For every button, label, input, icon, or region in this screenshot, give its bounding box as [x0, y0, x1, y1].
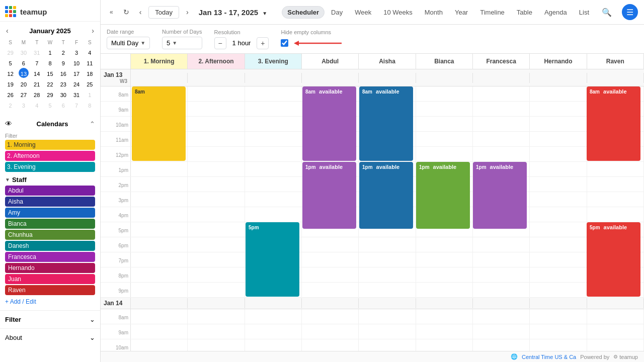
event-block[interactable]: 8am available [359, 86, 413, 161]
mini-cal-day[interactable]: 21 [32, 78, 42, 88]
mini-cal-day[interactable]: 25 [85, 78, 95, 88]
mini-cal-day[interactable]: 26 [6, 89, 16, 99]
view-btn-timeline[interactable]: Timeline [474, 6, 510, 19]
filter-section[interactable]: Filter ⌄ [0, 310, 100, 328]
mini-cal-day[interactable]: 3 [71, 47, 82, 57]
teamup-logo [5, 6, 16, 17]
menu-button[interactable]: ☰ [622, 4, 638, 20]
resolution-increase[interactable]: + [257, 37, 269, 49]
mini-cal-day[interactable]: 23 [58, 78, 68, 88]
view-btn-table[interactable]: Table [511, 6, 538, 19]
event-block[interactable]: 5pm available [587, 222, 640, 297]
mini-cal-day[interactable]: 12 [6, 68, 16, 78]
today-button[interactable]: Today [148, 6, 179, 19]
mini-cal-day[interactable]: 17 [71, 68, 82, 78]
event-block[interactable]: 1pm available [302, 162, 356, 229]
search-button[interactable]: 🔍 [599, 6, 615, 19]
mini-cal-day[interactable]: 4 [85, 47, 95, 57]
num-days-select[interactable]: 5 ▼ [162, 37, 202, 49]
mini-cal-day[interactable]: 29 [6, 47, 16, 57]
sidebar-staff-juan[interactable]: Juan [5, 274, 95, 284]
nav-double-prev[interactable]: « [107, 7, 116, 18]
view-btn-week[interactable]: Week [349, 6, 377, 19]
mini-cal-day[interactable]: 5 [6, 57, 16, 67]
sidebar-staff-amy[interactable]: Amy [5, 208, 95, 218]
event-block[interactable]: 1pm available [473, 162, 527, 229]
view-btn-scheduler[interactable]: Scheduler [282, 6, 325, 19]
mini-cal-day[interactable]: 10 [71, 57, 82, 67]
sidebar-staff-bianca[interactable]: Bianca [5, 219, 95, 229]
mini-cal-day[interactable]: 13 [19, 68, 29, 78]
mini-cal-day[interactable]: 30 [19, 47, 29, 57]
view-btn-list[interactable]: List [574, 6, 595, 19]
mini-cal-day[interactable]: 30 [58, 89, 68, 99]
mini-cal-day[interactable]: 2 [58, 47, 68, 57]
event-block[interactable]: 8am available [587, 86, 640, 161]
mini-cal-next[interactable]: › [90, 26, 96, 36]
nav-refresh[interactable]: ↻ [120, 6, 132, 18]
nav-next[interactable]: › [183, 6, 192, 18]
sidebar-staff-danesh[interactable]: Danesh [5, 241, 95, 251]
mini-cal-day[interactable]: 19 [6, 78, 16, 88]
sidebar-staff-abdul[interactable]: Abdul [5, 186, 95, 196]
date-range-select[interactable]: Multi Day ▼ [107, 37, 150, 49]
date-range-display[interactable]: Jan 13 - 17, 2025 ▼ [199, 8, 268, 17]
time-cell [530, 86, 587, 102]
calendars-header[interactable]: 👁 Calendars ⌃ [5, 117, 95, 131]
mini-cal-day[interactable]: 3 [19, 100, 29, 110]
sidebar-item-afternoon[interactable]: 2. Afternoon [5, 151, 95, 161]
mini-cal-day[interactable]: 1 [45, 47, 55, 57]
mini-cal-day[interactable]: 16 [58, 68, 68, 78]
event-block[interactable]: 8am available [302, 86, 356, 161]
event-block[interactable]: 1pm available [359, 162, 413, 229]
day-row-col-francesca [473, 73, 530, 83]
view-btn-agenda[interactable]: Agenda [539, 6, 573, 19]
sidebar-staff-francesca[interactable]: Francesca [5, 252, 95, 262]
mini-cal-day[interactable]: 7 [32, 57, 42, 67]
view-btn-month[interactable]: Month [419, 6, 448, 19]
mini-cal-day[interactable]: 7 [71, 100, 82, 110]
mini-cal-day[interactable]: 14 [32, 68, 42, 78]
mini-cal-day[interactable]: 31 [71, 89, 82, 99]
sidebar-staff-raven[interactable]: Raven [5, 285, 95, 295]
mini-cal-day[interactable]: 15 [45, 68, 55, 78]
timezone-link[interactable]: Central Time US & Ca [522, 354, 576, 360]
mini-cal-day[interactable]: 29 [45, 89, 55, 99]
mini-cal-day[interactable]: 22 [45, 78, 55, 88]
sidebar-item-morning[interactable]: 1. Morning [5, 140, 95, 150]
event-block[interactable]: 8am [132, 86, 186, 161]
view-btn-10-weeks[interactable]: 10 Weeks [378, 6, 418, 19]
mini-cal-day[interactable]: 1 [85, 89, 95, 99]
mini-cal-day[interactable]: 27 [19, 89, 29, 99]
mini-cal-day[interactable]: 6 [19, 57, 29, 67]
mini-cal-day[interactable]: 31 [32, 47, 42, 57]
sidebar-staff-aisha[interactable]: Aisha [5, 197, 95, 207]
sidebar-item-evening[interactable]: 3. Evening [5, 162, 95, 172]
mini-cal-day[interactable]: 8 [45, 57, 55, 67]
about-section[interactable]: About ⌄ [0, 328, 100, 346]
sidebar-staff-hernando[interactable]: Hernando [5, 263, 95, 273]
mini-cal-day[interactable]: 28 [32, 89, 42, 99]
event-label: available [489, 164, 514, 170]
mini-cal-day[interactable]: 8 [85, 100, 95, 110]
add-edit-button[interactable]: + Add / Edit [5, 296, 95, 307]
mini-cal-day[interactable]: 2 [6, 100, 16, 110]
mini-cal-day[interactable]: 24 [71, 78, 82, 88]
mini-cal-day[interactable]: 11 [85, 57, 95, 67]
staff-header[interactable]: ▼ Staff [5, 174, 95, 186]
view-btn-day[interactable]: Day [326, 6, 348, 19]
mini-cal-day[interactable]: 5 [45, 100, 55, 110]
resolution-decrease[interactable]: − [214, 37, 226, 49]
mini-cal-day[interactable]: 20 [19, 78, 29, 88]
hide-empty-checkbox[interactable] [281, 39, 288, 47]
mini-cal-day[interactable]: 4 [32, 100, 42, 110]
mini-cal-day[interactable]: 6 [58, 100, 68, 110]
event-block[interactable]: 5pm [246, 222, 299, 297]
nav-prev[interactable]: ‹ [136, 6, 145, 18]
sidebar-staff-chunhua[interactable]: Chunhua [5, 230, 95, 240]
mini-cal-day[interactable]: 9 [58, 57, 68, 67]
mini-cal-prev[interactable]: ‹ [4, 26, 11, 36]
mini-cal-day[interactable]: 18 [85, 68, 95, 78]
view-btn-year[interactable]: Year [449, 6, 473, 19]
event-block[interactable]: 1pm available [416, 162, 470, 229]
